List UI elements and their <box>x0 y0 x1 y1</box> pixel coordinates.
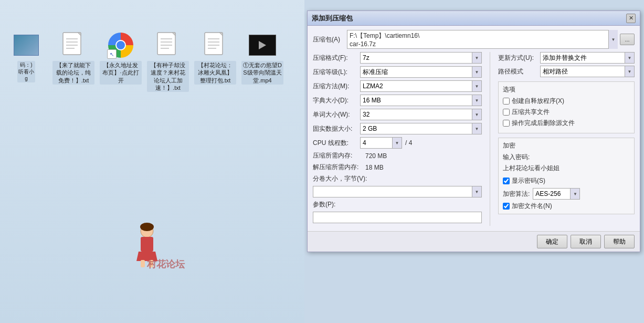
cancel-button[interactable]: 取消 <box>571 235 601 248</box>
solid-value: 2 GB <box>361 125 472 132</box>
file-icon-doc3 <box>202 32 229 59</box>
param-input-row <box>313 212 482 223</box>
enc-filename-checkbox[interactable] <box>503 203 510 210</box>
archive-label: 压缩包(A) <box>313 35 347 44</box>
path-combo-arrow[interactable]: ▼ <box>625 66 634 77</box>
file-icon-chrome: ↖ <box>107 32 134 59</box>
mem-decompress-row: 解压缩所需内存: 18 MB <box>313 163 482 172</box>
file-icon-label: 【永久地址发布页】·点此打开 <box>100 61 142 85</box>
method-combo[interactable]: LZMA2 ▼ <box>360 80 482 92</box>
cpu-combo[interactable]: 4 ▼ <box>360 137 402 149</box>
solid-combo[interactable]: 2 GB ▼ <box>360 123 482 134</box>
encrypt-title: 加密 <box>503 141 630 150</box>
cpu-label: CPU 线程数: <box>313 139 360 148</box>
svg-rect-20 <box>141 237 153 252</box>
opt-selfextract-checkbox[interactable] <box>503 98 510 105</box>
file-icon-label: 【来了就能下载的论坛，纯免费！】.txt <box>52 61 94 85</box>
algo-row: 加密算法: AES-256 ▼ <box>503 188 630 200</box>
file-icon-video <box>249 32 276 59</box>
help-button[interactable]: 帮助 <box>604 235 635 248</box>
split-combo-row: ▼ <box>313 186 482 197</box>
opt-shared-row[interactable]: 压缩共享文件 <box>503 108 630 117</box>
archive-combo-arrow[interactable]: ▼ <box>608 30 618 49</box>
method-value: LZMA2 <box>361 82 472 90</box>
word-combo-arrow[interactable]: ▼ <box>472 109 481 120</box>
file-icon-label: 【有种子却没速度？来村花论坛人工加速！】.txt <box>147 61 189 92</box>
opt-delete-label: 操作完成后删除源文件 <box>512 119 575 128</box>
path-row: 路径模式 相对路径 ▼ <box>498 66 635 77</box>
level-combo-arrow[interactable]: ▼ <box>472 67 481 77</box>
word-combo[interactable]: 32 ▼ <box>360 109 482 120</box>
ok-button[interactable]: 确定 <box>537 235 567 248</box>
archive-path-line2: car-16.7z <box>350 40 607 48</box>
dict-row: 字典大小(D): 16 MB ▼ <box>313 95 482 106</box>
list-item[interactable]: 【村花论坛：冰雕火凤凰】整理打包.txt <box>194 32 236 85</box>
solid-combo-arrow[interactable]: ▼ <box>472 123 481 134</box>
browse-button[interactable]: ... <box>620 34 635 45</box>
list-item[interactable]: 码：)听看小g <box>5 32 47 82</box>
dict-label: 字典大小(D): <box>313 96 360 105</box>
format-combo-arrow[interactable]: ▼ <box>472 53 481 63</box>
list-item[interactable]: 【有种子却没速度？来村花论坛人工加速！】.txt <box>147 32 189 92</box>
cpu-combo-arrow[interactable]: ▼ <box>392 138 402 148</box>
split-combo-arrow[interactable]: ▼ <box>472 186 481 197</box>
param-label: 参数(P): <box>313 200 360 209</box>
update-combo[interactable]: 添加并替换文件 ▼ <box>540 52 635 64</box>
file-icon-label: ①无套の慾望DS级带向鬧溫天堂.mp4 <box>241 61 283 85</box>
split-row: 分卷大小，字节(V): <box>313 174 482 183</box>
word-label: 单词大小(W): <box>313 110 360 119</box>
solid-label: 固实数据大小: <box>313 124 360 133</box>
dict-combo-arrow[interactable]: ▼ <box>472 95 481 106</box>
list-item[interactable]: 【来了就能下载的论坛，纯免费！】.txt <box>52 32 94 85</box>
dict-value: 16 MB <box>361 97 472 104</box>
vertical-divider <box>490 52 490 226</box>
options-title: 选项 <box>503 85 630 94</box>
path-label: 路径模式 <box>498 67 540 76</box>
algo-label: 加密算法: <box>503 190 530 199</box>
dialog-title: 添加到压缩包 <box>312 14 353 23</box>
opt-selfextract-row[interactable]: 创建自释放程序(X) <box>503 97 630 106</box>
opt-delete-row[interactable]: 操作完成后删除源文件 <box>503 119 630 128</box>
desktop-area: 码：)听看小g 【来了就能下载的论坛，纯免费！】.txt <box>0 0 304 323</box>
method-row: 压缩方法(M): LZMA2 ▼ <box>313 80 482 92</box>
svg-rect-12 <box>205 33 223 55</box>
update-combo-arrow[interactable]: ▼ <box>625 53 634 63</box>
opt-delete-checkbox[interactable] <box>503 120 510 127</box>
opt-selfextract-label: 创建自释放程序(X) <box>512 97 564 106</box>
format-label: 压缩格式(F): <box>313 54 360 62</box>
list-item[interactable]: ↖ 【永久地址发布页】·点此打开 <box>100 32 142 85</box>
level-combo[interactable]: 标准压缩 ▼ <box>360 66 482 78</box>
algo-value: AES-256 <box>533 190 570 197</box>
show-password-checkbox[interactable] <box>503 178 510 184</box>
dict-combo[interactable]: 16 MB ▼ <box>360 95 482 106</box>
compress-dialog: 添加到压缩包 ✕ 压缩包(A) F:\【Temp】\cartiemn16\ ca… <box>307 11 640 252</box>
level-label: 压缩等级(L): <box>313 68 360 77</box>
archive-path-row: 压缩包(A) F:\【Temp】\cartiemn16\ car-16.7z ▼… <box>313 30 635 49</box>
word-value: 32 <box>361 111 472 118</box>
format-combo[interactable]: 7z ▼ <box>360 52 482 64</box>
archive-path-combo[interactable]: F:\【Temp】\cartiemn16\ car-16.7z ▼ <box>347 30 618 49</box>
file-icon-image <box>13 32 40 59</box>
cpu-value: 4 <box>361 139 392 147</box>
list-item[interactable]: ①无套の慾望DS级带向鬧溫天堂.mp4 <box>241 32 283 85</box>
format-value: 7z <box>361 54 472 61</box>
split-combo[interactable]: ▼ <box>313 186 482 197</box>
method-combo-arrow[interactable]: ▼ <box>472 81 481 91</box>
enc-filename-label: 加密文件名(N) <box>512 202 552 211</box>
close-button[interactable]: ✕ <box>626 14 636 23</box>
algo-combo-arrow[interactable]: ▼ <box>570 189 579 199</box>
options-section: 选项 创建自释放程序(X) 压缩共享文件 操作完成后删除源文件 <box>498 81 635 133</box>
word-row: 单词大小(W): 32 ▼ <box>313 109 482 120</box>
bottom-buttons: 确定 取消 帮助 <box>308 231 640 252</box>
cpu-total: / 4 <box>405 139 412 147</box>
algo-combo[interactable]: AES-256 ▼ <box>533 188 580 200</box>
file-icon-label: 码：)听看小g <box>17 61 35 82</box>
show-password-row: 显示密码(S) <box>503 176 630 185</box>
path-combo[interactable]: 相对路径 ▼ <box>540 66 635 77</box>
level-value: 标准压缩 <box>361 68 472 77</box>
param-input[interactable] <box>313 212 482 223</box>
opt-shared-label: 压缩共享文件 <box>512 108 550 117</box>
level-row: 压缩等级(L): 标准压缩 ▼ <box>313 66 482 78</box>
mem-decompress-label: 解压缩所需内存: <box>313 163 365 172</box>
opt-shared-checkbox[interactable] <box>503 109 510 116</box>
